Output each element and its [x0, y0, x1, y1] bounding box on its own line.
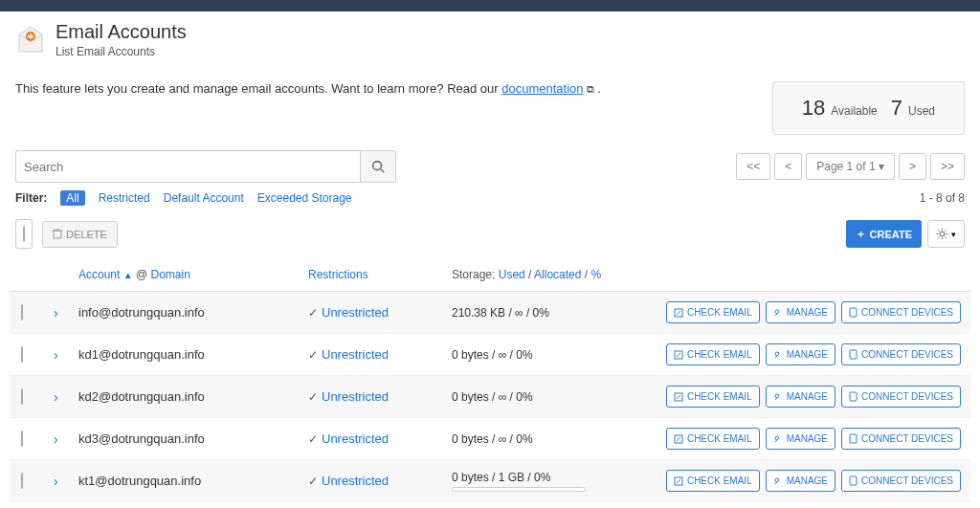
manage-button[interactable]: MANAGE — [766, 470, 835, 492]
expand-row-icon[interactable]: › — [54, 347, 58, 363]
svg-rect-10 — [850, 308, 857, 317]
svg-rect-14 — [850, 392, 857, 401]
pager-last[interactable]: >> — [930, 153, 965, 180]
action-right: ＋CREATE ▾ — [846, 220, 965, 248]
pager-prev[interactable]: < — [774, 153, 802, 180]
sort-asc-icon: ▲ — [123, 270, 133, 280]
check-email-button[interactable]: CHECK EMAIL — [666, 428, 760, 450]
select-all-checkbox[interactable] — [23, 226, 25, 242]
table-row: ›info@dotrungquan.info✓Unrestricted210.3… — [10, 292, 970, 334]
expand-row-icon[interactable]: › — [54, 389, 58, 405]
delete-button[interactable]: DELETE — [42, 221, 118, 248]
account-email: kd1@dotrungquan.info — [78, 347, 205, 362]
manage-button[interactable]: MANAGE — [766, 343, 835, 365]
edit-icon — [674, 434, 683, 444]
available-label: Available — [831, 104, 877, 118]
storage-value: 0 bytes / ∞ / 0% — [452, 432, 697, 446]
page-title: Email Accounts — [56, 21, 187, 43]
edit-icon — [674, 350, 683, 360]
col-allocated[interactable]: Allocated — [534, 268, 581, 281]
page-subtitle: List Email Accounts — [56, 45, 187, 58]
restriction-value[interactable]: ✓Unrestricted — [308, 305, 452, 320]
storage-progress — [452, 487, 586, 492]
row-checkbox[interactable] — [21, 304, 23, 320]
check-email-button[interactable]: CHECK EMAIL — [666, 343, 760, 365]
col-domain[interactable]: Domain — [150, 268, 189, 281]
wrench-icon — [773, 308, 783, 318]
filter-restricted[interactable]: Restricted — [99, 191, 150, 205]
svg-line-4 — [381, 169, 385, 173]
settings-button[interactable]: ▾ — [927, 220, 965, 248]
table-body: ›info@dotrungquan.info✓Unrestricted210.3… — [10, 292, 970, 508]
restriction-value[interactable]: ✓Unrestricted — [308, 474, 452, 488]
search-icon — [371, 160, 385, 173]
col-percent[interactable]: % — [590, 268, 601, 281]
filter-all[interactable]: All — [60, 190, 84, 206]
col-used[interactable]: Used — [499, 268, 525, 281]
search-pager-row: << < Page 1 of 1 ▾ > >> — [10, 143, 970, 187]
svg-point-8 — [940, 232, 945, 236]
pager-next[interactable]: > — [899, 153, 926, 180]
connect-devices-button[interactable]: CONNECT DEVICES — [841, 470, 961, 492]
gear-icon — [936, 228, 948, 240]
restriction-value[interactable]: ✓Unrestricted — [308, 389, 452, 404]
check-icon: ✓ — [308, 475, 318, 488]
device-icon — [849, 475, 858, 486]
filter-default[interactable]: Default Account — [164, 191, 244, 205]
storage-value: 210.38 KB / ∞ / 0% — [452, 306, 697, 320]
col-account[interactable]: Account ▲ — [78, 268, 133, 281]
restriction-value[interactable]: ✓Unrestricted — [308, 347, 452, 362]
manage-button[interactable]: MANAGE — [766, 386, 835, 408]
restriction-value[interactable]: ✓Unrestricted — [308, 431, 452, 446]
edit-icon — [674, 392, 683, 402]
intro-row: This feature lets you create and manage … — [10, 64, 970, 143]
check-icon: ✓ — [308, 306, 318, 320]
manage-button[interactable]: MANAGE — [766, 428, 835, 450]
pager-page[interactable]: Page 1 of 1 ▾ — [806, 153, 895, 180]
expand-row-icon[interactable]: › — [54, 474, 58, 489]
col-at: @ — [136, 268, 147, 281]
used-label: Used — [908, 104, 935, 118]
filter-exceeded[interactable]: Exceeded Storage — [257, 191, 352, 205]
row-checkbox[interactable] — [21, 346, 23, 363]
page-content: Email Accounts List Email Accounts This … — [0, 11, 980, 508]
search-wrap — [15, 150, 396, 183]
search-input[interactable] — [15, 150, 360, 183]
col-restrictions[interactable]: Restrictions — [308, 268, 368, 281]
check-email-button[interactable]: CHECK EMAIL — [666, 470, 760, 492]
connect-devices-button[interactable]: CONNECT DEVICES — [841, 343, 961, 365]
connect-devices-button[interactable]: CONNECT DEVICES — [841, 301, 961, 323]
search-button[interactable] — [360, 150, 396, 183]
row-checkbox[interactable] — [21, 431, 23, 447]
expand-row-icon[interactable]: › — [54, 305, 58, 320]
wrench-icon — [773, 476, 783, 486]
device-icon — [849, 349, 858, 360]
check-icon: ✓ — [308, 390, 318, 404]
create-button[interactable]: ＋CREATE — [846, 220, 922, 248]
check-icon: ✓ — [308, 348, 318, 362]
check-email-button[interactable]: CHECK EMAIL — [666, 301, 760, 323]
check-icon: ✓ — [308, 432, 318, 446]
connect-devices-button[interactable]: CONNECT DEVICES — [841, 386, 961, 408]
trash-icon — [53, 229, 62, 239]
manage-button[interactable]: MANAGE — [766, 301, 835, 323]
check-email-button[interactable]: CHECK EMAIL — [666, 386, 760, 408]
email-accounts-icon — [15, 25, 46, 55]
table-row: ›kd1@dotrungquan.info✓Unrestricted0 byte… — [10, 334, 970, 376]
device-icon — [849, 391, 858, 402]
intro-suffix: . — [594, 81, 601, 96]
table-row: ›kt2@dotrungquan.info✓Unrestricted0 byte… — [10, 502, 970, 508]
chevron-down-icon: ▾ — [879, 160, 884, 173]
top-bar — [0, 0, 980, 11]
stat-used: 7 Used — [891, 96, 935, 121]
row-checkbox[interactable] — [21, 473, 23, 489]
documentation-link[interactable]: documentation — [501, 81, 583, 96]
svg-point-3 — [373, 162, 382, 170]
connect-devices-button[interactable]: CONNECT DEVICES — [841, 428, 961, 450]
storage-value: 0 bytes / 1 GB / 0% — [452, 471, 697, 484]
col-storage-label: Storage: — [452, 268, 495, 281]
pager-first[interactable]: << — [736, 153, 770, 180]
expand-row-icon[interactable]: › — [54, 431, 58, 447]
wrench-icon — [773, 434, 783, 444]
row-checkbox[interactable] — [21, 388, 23, 405]
